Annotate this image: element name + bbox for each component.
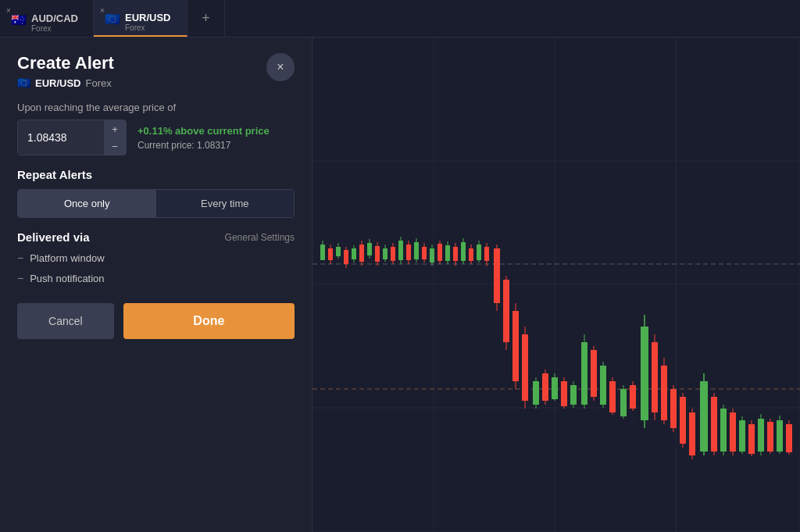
add-tab-icon: + xyxy=(202,10,210,27)
delivered-title: Delivered via xyxy=(17,230,90,244)
increment-icon: + xyxy=(112,124,118,134)
repeat-once-label: Once only xyxy=(64,198,110,209)
dash-icon-platform: − xyxy=(17,252,23,264)
panel-title: Create Alert xyxy=(17,53,114,73)
tab-close-aud-cad[interactable]: × xyxy=(6,6,11,15)
tab-eur-usd[interactable]: × 🇪🇺 EUR/USD Forex xyxy=(94,0,188,37)
price-current-value: 1.08317 xyxy=(197,140,230,151)
tab-bar: × 🇦🇺 AUD/CAD Forex × 🇪🇺 EUR/USD Forex + xyxy=(0,0,800,37)
price-label: Upon reaching the average price of xyxy=(17,102,295,113)
price-current-label: Current price: xyxy=(138,140,195,151)
alert-panel: Create Alert 🇪🇺 EUR/USD Forex × Upon rea… xyxy=(0,37,312,532)
price-info: +0.11% above current price Current price… xyxy=(138,125,270,151)
repeat-once-button[interactable]: Once only xyxy=(18,190,156,217)
platform-window-label: Platform window xyxy=(30,252,104,264)
subtitle-symbol: EUR/USD xyxy=(35,77,81,89)
flag-eur-usd: 🇪🇺 xyxy=(105,12,120,27)
panel-title-group: Create Alert 🇪🇺 EUR/USD Forex xyxy=(17,53,114,89)
cancel-label: Cancel xyxy=(48,315,83,327)
dash-icon-push: − xyxy=(17,272,23,284)
main-content: Create Alert 🇪🇺 EUR/USD Forex × Upon rea… xyxy=(0,37,800,532)
price-input-group: + − xyxy=(17,120,127,155)
repeat-toggle-group: Once only Every time xyxy=(17,189,295,218)
done-button[interactable]: Done xyxy=(123,303,295,339)
tab-type-eur-usd: Forex xyxy=(125,23,171,32)
done-label: Done xyxy=(193,314,224,327)
price-section: Upon reaching the average price of + − +… xyxy=(17,102,295,155)
tab-type-aud-cad: Forex xyxy=(31,24,78,33)
delivery-item-push: − Push notification xyxy=(17,272,295,284)
general-settings-link[interactable]: General Settings xyxy=(225,232,295,243)
price-input[interactable] xyxy=(18,120,104,155)
delivered-section: Delivered via General Settings − Platfor… xyxy=(17,230,295,284)
repeat-section: Repeat Alerts Once only Every time xyxy=(17,168,295,218)
price-current: Current price: 1.08317 xyxy=(138,140,270,151)
tab-name-aud-cad: AUD/CAD xyxy=(31,12,78,24)
price-decrement-button[interactable]: − xyxy=(104,137,126,155)
repeat-label: Repeat Alerts xyxy=(17,168,295,181)
delivery-item-platform: − Platform window xyxy=(17,252,295,264)
price-percent: +0.11% above current price xyxy=(138,125,270,137)
price-input-row: + − +0.11% above current price Current p… xyxy=(17,120,295,155)
action-buttons: Cancel Done xyxy=(17,303,295,339)
price-stepper: + − xyxy=(104,120,126,155)
subtitle-flag: 🇪🇺 xyxy=(17,77,30,89)
tab-close-eur-usd[interactable]: × xyxy=(100,6,105,15)
repeat-every-button[interactable]: Every time xyxy=(156,190,295,217)
close-panel-button[interactable]: × xyxy=(266,53,295,81)
push-notification-label: Push notification xyxy=(30,273,104,284)
flag-aud-cad: 🇦🇺 xyxy=(11,12,27,27)
tab-name-eur-usd: EUR/USD xyxy=(125,12,171,23)
chart-area xyxy=(312,37,800,532)
repeat-every-label: Every time xyxy=(201,198,248,209)
decrement-icon: − xyxy=(112,141,118,152)
add-tab-button[interactable]: + xyxy=(188,0,225,37)
panel-subtitle: 🇪🇺 EUR/USD Forex xyxy=(17,77,114,89)
delivered-header: Delivered via General Settings xyxy=(17,230,295,244)
cancel-button[interactable]: Cancel xyxy=(17,303,114,339)
panel-header: Create Alert 🇪🇺 EUR/USD Forex × xyxy=(17,53,295,89)
chart-svg xyxy=(312,37,800,532)
subtitle-type: Forex xyxy=(86,77,112,89)
tab-aud-cad[interactable]: × 🇦🇺 AUD/CAD Forex xyxy=(0,0,94,37)
price-increment-button[interactable]: + xyxy=(104,120,126,137)
close-icon: × xyxy=(277,60,284,74)
